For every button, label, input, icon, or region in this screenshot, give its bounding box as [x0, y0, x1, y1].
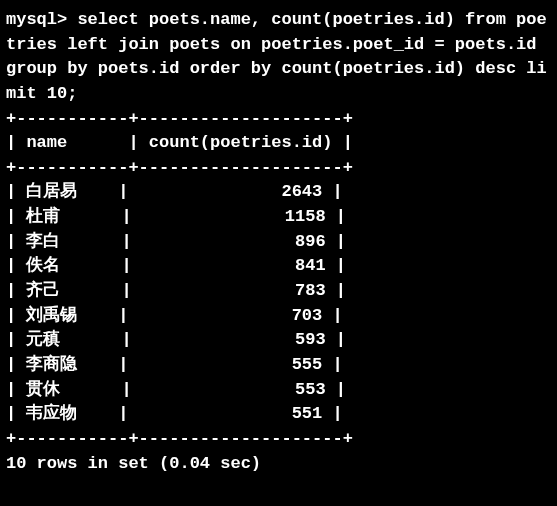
table-row: | 元稹 | 593 | — [6, 328, 551, 353]
table-row: | 李商隐 | 555 | — [6, 353, 551, 378]
sql-query: select poets.name, count(poetries.id) fr… — [6, 10, 547, 103]
table-row: | 齐己 | 783 | — [6, 279, 551, 304]
table-border-top: +-----------+--------------------+ — [6, 107, 551, 132]
table-row: | 刘禹锡 | 703 | — [6, 304, 551, 329]
table-row: | 韦应物 | 551 | — [6, 402, 551, 427]
table-row: | 贯休 | 553 | — [6, 378, 551, 403]
result-summary: 10 rows in set (0.04 sec) — [6, 452, 551, 477]
table-row: | 佚名 | 841 | — [6, 254, 551, 279]
table-row: | 白居易 | 2643 | — [6, 180, 551, 205]
table-row: | 李白 | 896 | — [6, 230, 551, 255]
table-row: | 杜甫 | 1158 | — [6, 205, 551, 230]
table-header-row: | name | count(poetries.id) | — [6, 131, 551, 156]
command-line[interactable]: mysql> select poets.name, count(poetries… — [6, 8, 551, 107]
table-border-mid: +-----------+--------------------+ — [6, 156, 551, 181]
mysql-prompt: mysql> — [6, 10, 77, 29]
table-border-bottom: +-----------+--------------------+ — [6, 427, 551, 452]
